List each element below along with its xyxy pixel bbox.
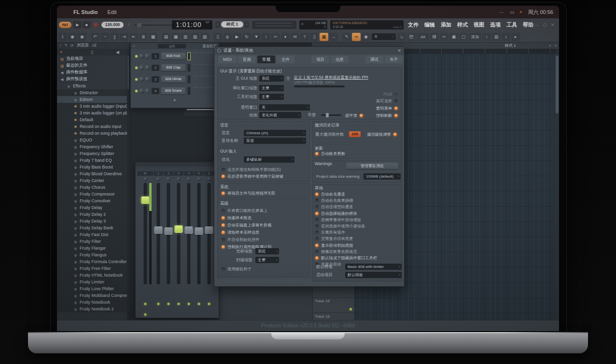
track-enable-led[interactable] bbox=[350, 308, 352, 310]
channel-number[interactable]: 4 bbox=[152, 88, 159, 94]
toolbar-icon[interactable]: ▨ bbox=[200, 33, 209, 41]
macos-app-menu[interactable]: FL Studio bbox=[73, 9, 98, 15]
browser-item[interactable]: Record on audio input bbox=[57, 123, 129, 130]
browser-item[interactable]: 3 min audio logger (input) bbox=[57, 103, 129, 110]
channel-pan-knob[interactable] bbox=[139, 65, 144, 70]
display-icon[interactable]: ▭ bbox=[510, 10, 514, 15]
control-center-icon[interactable]: ⋯ bbox=[499, 10, 504, 15]
settings-led-option[interactable]: 不自动初始化控件 bbox=[222, 237, 271, 242]
pattern-next-button[interactable]: › bbox=[244, 21, 249, 28]
mixer-strip[interactable]: M bbox=[137, 171, 153, 316]
browser-item[interactable]: Record on song playback bbox=[57, 130, 129, 137]
toolbar-icon[interactable]: ▼ bbox=[252, 33, 261, 41]
animations-dropdown[interactable]: 变化外观 bbox=[259, 112, 301, 118]
fl-window-button[interactable]: ▢ bbox=[543, 23, 547, 27]
toolbar-icon[interactable] bbox=[210, 33, 212, 41]
mixer-pan-knob[interactable] bbox=[167, 177, 170, 181]
track-header-label[interactable]: Track 16 bbox=[315, 314, 330, 319]
mixer-pan-knob[interactable] bbox=[207, 177, 211, 181]
cursor-scaling-dropdown[interactable]: 系统 bbox=[255, 248, 279, 254]
settings-led-option[interactable]: 读取样本采样信息 bbox=[222, 230, 271, 235]
mixer-mute-led[interactable] bbox=[198, 303, 200, 305]
mixer-mute-led[interactable] bbox=[144, 303, 146, 305]
channel-enable-led[interactable] bbox=[135, 78, 138, 81]
ultrasmooth-option[interactable]: 超平滑 bbox=[345, 113, 363, 118]
mixer-strip[interactable]: 3 bbox=[174, 171, 183, 316]
browser-item[interactable]: Fruity HTML NoteBook bbox=[57, 272, 129, 279]
settings-led-option[interactable]: 快速样本预览 bbox=[222, 215, 271, 221]
settings-led-option[interactable]: 自动压缩空白通道 bbox=[315, 204, 377, 210]
channel-name-button[interactable]: 808 Kick bbox=[161, 53, 185, 59]
browser-item[interactable]: 当前项目 bbox=[57, 56, 129, 62]
browser-up-icon[interactable]: ↑ bbox=[59, 43, 61, 48]
snap-selector[interactable]: B bbox=[372, 33, 396, 40]
mixer-fader-handle[interactable] bbox=[154, 226, 163, 234]
play-button[interactable]: ▶ bbox=[73, 21, 82, 28]
rack-group-selector[interactable]: 全部 bbox=[158, 44, 186, 48]
browser-item[interactable]: Fruity Compressor bbox=[57, 191, 129, 197]
settings-led-option[interactable]: 分离所有组件 bbox=[315, 230, 377, 235]
mixer-fader-handle[interactable] bbox=[165, 227, 173, 235]
channel-name-button[interactable]: 808 Clap bbox=[161, 64, 185, 71]
browser-item[interactable]: Fruity Formula Controller bbox=[57, 258, 129, 265]
manage-warnings-button[interactable]: 管理警告消息 bbox=[346, 163, 398, 169]
playlist-pattern-title[interactable]: 样式 1 bbox=[505, 43, 516, 48]
fl-window-button[interactable]: — bbox=[535, 23, 539, 27]
stop-button[interactable]: ■ bbox=[83, 21, 91, 28]
browser-item[interactable]: Fruity Delay 2 bbox=[57, 211, 129, 218]
mixer-pan-knob[interactable] bbox=[143, 177, 147, 181]
toolbar-icon[interactable]: ♦ bbox=[281, 33, 290, 41]
mixer-mute-led[interactable] bbox=[178, 303, 180, 305]
browser-scrollbar[interactable] bbox=[127, 56, 129, 321]
toolbar-icon[interactable]: ▶ bbox=[233, 33, 241, 41]
mixer-mute-led[interactable] bbox=[188, 303, 190, 305]
settings-led-option[interactable]: 透明菜单 bbox=[376, 106, 398, 111]
toolbar-icon[interactable]: ♪ bbox=[502, 33, 510, 41]
scan-scaling-dropdown[interactable]: 主要 bbox=[255, 257, 279, 263]
browser-add-icon[interactable]: + bbox=[60, 50, 62, 55]
browser-speaker-icon[interactable]: ◀ bbox=[116, 50, 119, 55]
settings-led-option[interactable]: 在钢琴卷帘中启动缩放 bbox=[315, 217, 377, 223]
browser-item[interactable]: Fruity NoteBook bbox=[57, 299, 129, 306]
mixer-strip[interactable]: 4 bbox=[184, 171, 194, 316]
toolbar-icon[interactable]: ⇥ bbox=[120, 33, 128, 41]
browser-item[interactable]: Fruity Chorus bbox=[57, 184, 129, 191]
shuffle-sliders[interactable] bbox=[252, 21, 296, 29]
channel-pan-knob[interactable] bbox=[139, 77, 144, 82]
toolbar-icon[interactable]: Alt bbox=[417, 33, 429, 41]
toolbar-icon[interactable]: ↕ bbox=[482, 33, 491, 41]
toolbar-icon[interactable]: ◉ bbox=[78, 33, 86, 41]
toolbar-icon[interactable] bbox=[87, 33, 90, 41]
browser-item[interactable]: Fruity Bass Boost bbox=[57, 164, 129, 170]
toolbar-icon[interactable]: ↕ bbox=[262, 33, 270, 41]
mixer-fader-handle[interactable] bbox=[175, 225, 183, 233]
data-size-warning-dropdown[interactable]: 100MB (default) bbox=[364, 173, 401, 180]
toolbar-icon[interactable]: ↻ bbox=[242, 33, 251, 41]
toolbar-icon[interactable]: ▦ bbox=[149, 33, 157, 41]
channel-enable-led[interactable] bbox=[135, 55, 138, 57]
channel-enable-led[interactable] bbox=[135, 90, 138, 92]
rack-menu-icon[interactable]: ≡ bbox=[133, 44, 135, 48]
toolbar-scale-dropdown[interactable]: 主要 bbox=[259, 94, 284, 100]
toolbar-icon[interactable]: ↶ bbox=[91, 33, 99, 41]
toolbar-icon[interactable]: ψ bbox=[223, 33, 232, 41]
browser-item[interactable]: Fruity Center bbox=[57, 177, 129, 184]
browser-item[interactable]: Fruity Love Philter bbox=[57, 285, 129, 292]
browser-item[interactable]: Fruity Fast Dist bbox=[57, 231, 129, 238]
fl-menu-item[interactable]: 编辑 bbox=[424, 21, 435, 28]
browser-item[interactable]: Fruity Convolver bbox=[57, 197, 129, 204]
pattern-selector[interactable]: 样式 1 bbox=[221, 21, 243, 28]
toolbar-icon[interactable]: ▦ bbox=[320, 33, 328, 41]
browser-item[interactable]: Fruity Limiter bbox=[57, 279, 129, 285]
settings-led-option[interactable]: 自动选择链接的模块 bbox=[315, 211, 377, 216]
settings-led-option[interactable]: 点击并按住和特殊手势功能(S) bbox=[222, 167, 283, 172]
help-button[interactable]: ? bbox=[285, 76, 291, 81]
track-header-label[interactable]: Track 15 bbox=[315, 299, 330, 303]
toolbar-icon[interactable] bbox=[339, 33, 341, 41]
browser-item[interactable]: Edison bbox=[57, 96, 129, 103]
settings-led-option[interactable]: 在浏览器中使用小滚动条 bbox=[315, 224, 377, 229]
fl-menu-item[interactable]: 文件 bbox=[408, 21, 419, 28]
fl-window-button[interactable]: ✕ bbox=[551, 23, 554, 27]
browser-item[interactable]: Effects bbox=[57, 83, 129, 89]
toolbar-icon[interactable]: ▧ bbox=[191, 33, 199, 41]
